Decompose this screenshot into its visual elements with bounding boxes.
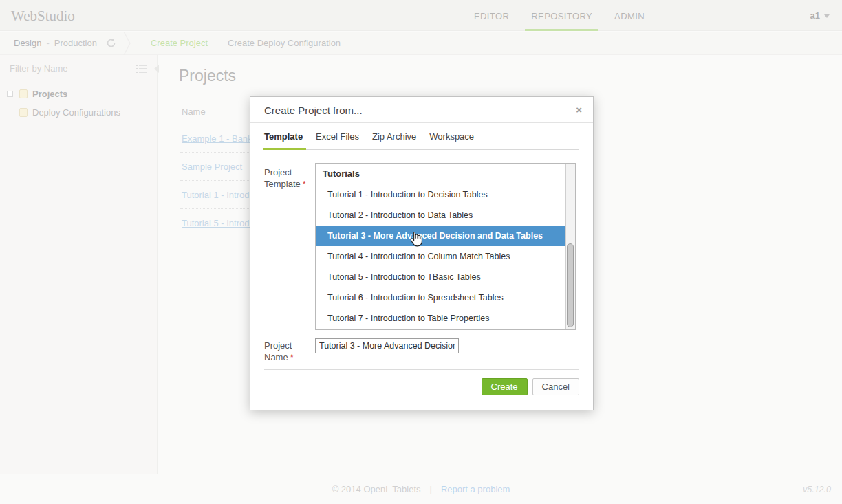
create-button[interactable]: Create — [482, 378, 528, 395]
hand-cursor — [408, 231, 422, 250]
required-mark: * — [303, 179, 306, 189]
template-listbox[interactable]: Tutorials Tutorial 1 - Introduction to D… — [315, 163, 576, 330]
listbox-options: Tutorial 1 - Introduction to Decision Ta… — [316, 184, 575, 329]
listbox-group-header: Tutorials — [316, 164, 565, 184]
dialog-tab[interactable]: Workspace — [429, 131, 474, 150]
project-name-input[interactable] — [315, 338, 459, 353]
dialog-buttons: Create Cancel — [482, 378, 580, 395]
close-icon[interactable]: × — [576, 97, 582, 123]
project-name-label-text: Project Name — [264, 340, 292, 362]
dialog-tab[interactable]: Template — [264, 131, 303, 150]
dialog-title: Create Project from... — [264, 97, 363, 124]
project-name-label: Project Name* — [264, 336, 308, 363]
dialog-header: Create Project from... × — [250, 97, 593, 123]
webstudio-app: WebStudio EDITORREPOSITORYADMIN a1 Desig… — [0, 0, 842, 504]
dialog-tab[interactable]: Zip Archive — [372, 131, 416, 150]
required-mark: * — [290, 352, 294, 362]
project-template-label: Project Template* — [264, 163, 308, 330]
listbox-option[interactable]: Tutorial 4 - Introduction to Column Matc… — [316, 246, 565, 267]
project-template-label-text: Project Template — [264, 167, 301, 189]
listbox-option[interactable]: Tutorial 6 - Introduction to Spreadsheet… — [316, 287, 565, 308]
listbox-option[interactable]: Tutorial 2 - Introduction to Data Tables — [316, 205, 565, 226]
listbox-option[interactable]: Tutorial 7 - Introduction to Table Prope… — [316, 308, 565, 329]
scrollbar-thumb[interactable] — [567, 243, 574, 327]
dialog-divider — [264, 369, 579, 370]
dialog-tab[interactable]: Excel Files — [316, 131, 359, 150]
create-project-dialog: Create Project from... × TemplateExcel F… — [250, 96, 594, 410]
dialog-tabs: TemplateExcel FilesZip ArchiveWorkspace — [264, 131, 579, 150]
listbox-option[interactable]: Tutorial 1 - Introduction to Decision Ta… — [316, 184, 565, 205]
listbox-option[interactable]: Tutorial 3 - More Advanced Decision and … — [316, 226, 565, 246]
cancel-button[interactable]: Cancel — [532, 378, 579, 395]
scrollbar[interactable] — [565, 164, 575, 329]
listbox-option[interactable]: Tutorial 5 - Introduction to TBasic Tabl… — [316, 267, 565, 287]
project-name-row: Project Name* — [264, 336, 579, 363]
